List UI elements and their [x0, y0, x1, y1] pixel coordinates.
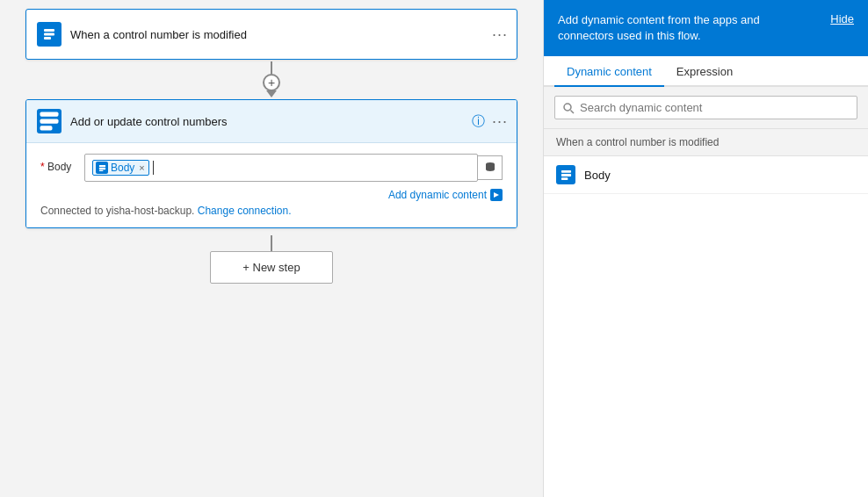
- right-panel-tabs: Dynamic content Expression: [544, 56, 868, 87]
- new-step-wrap: + New step: [210, 235, 332, 284]
- svg-rect-13: [561, 170, 570, 173]
- body-token-close[interactable]: ×: [139, 162, 144, 173]
- body-token-svg: [98, 164, 106, 172]
- action-more-button[interactable]: ···: [492, 113, 508, 129]
- right-panel: Add dynamic content from the apps and co…: [543, 0, 868, 497]
- svg-rect-4: [40, 119, 59, 123]
- trigger-action-connector: +: [263, 61, 280, 97]
- left-panel: When a control number is modified ··· + …: [0, 0, 543, 497]
- search-input[interactable]: [580, 101, 850, 114]
- svg-rect-14: [561, 174, 570, 176]
- action-card-body: * Body Body: [26, 143, 517, 227]
- dynamic-item-body-icon: [556, 165, 575, 184]
- new-step-button[interactable]: + New step: [210, 251, 332, 284]
- body-token-label: Body: [111, 162, 134, 174]
- section-label: When a control number is modified: [544, 129, 868, 156]
- dynamic-item-body-label: Body: [584, 169, 611, 182]
- body-label-text: Body: [47, 161, 71, 173]
- svg-line-12: [571, 110, 575, 113]
- dynamic-item-body[interactable]: Body: [544, 156, 868, 194]
- add-dynamic-label: Add dynamic content: [388, 189, 487, 201]
- text-cursor: [153, 161, 154, 175]
- action-card: Add or update control numbers ⓘ ··· * Bo…: [25, 99, 517, 228]
- hide-button[interactable]: Hide: [830, 12, 854, 25]
- db-svg-icon: [484, 162, 496, 174]
- svg-rect-5: [40, 126, 53, 130]
- svg-rect-8: [98, 169, 103, 170]
- database-icon-button[interactable]: [478, 155, 503, 180]
- body-field-row: * Body Body: [40, 154, 503, 182]
- svg-rect-15: [561, 177, 567, 180]
- trigger-svg-icon: [42, 27, 56, 41]
- dynamic-item-body-svg: [561, 169, 572, 181]
- trigger-icon: [37, 22, 61, 47]
- body-field-input-wrap: Body ×: [84, 154, 503, 182]
- search-section: [544, 87, 868, 129]
- svg-rect-6: [98, 164, 105, 166]
- tab-expression[interactable]: Expression: [664, 56, 745, 87]
- trigger-more-button[interactable]: ···: [492, 26, 508, 42]
- action-title: Add or update control numbers: [70, 115, 228, 128]
- action-info-button[interactable]: ⓘ: [472, 113, 485, 130]
- right-panel-header-text: Add dynamic content from the apps and co…: [558, 12, 830, 44]
- new-step-connector-line: [271, 235, 272, 251]
- connector-line-top: [271, 61, 272, 74]
- svg-rect-3: [40, 112, 59, 117]
- body-token-icon: [96, 162, 108, 174]
- connector-arrow: [266, 90, 277, 97]
- body-field-label: * Body: [40, 154, 84, 173]
- add-dynamic-link[interactable]: Add dynamic content: [388, 189, 503, 201]
- svg-rect-7: [98, 168, 105, 169]
- connection-text: Connected to yisha-host-backup.: [40, 205, 194, 217]
- trigger-title: When a control number is modified: [70, 28, 247, 41]
- svg-rect-2: [44, 37, 51, 40]
- svg-point-11: [564, 104, 571, 111]
- search-icon: [562, 102, 575, 114]
- action-svg-icon: [37, 109, 61, 133]
- connector-plus[interactable]: +: [263, 74, 280, 91]
- body-token-input[interactable]: Body ×: [84, 154, 478, 182]
- add-dynamic-arrow-icon: [490, 189, 503, 201]
- svg-rect-0: [44, 29, 54, 32]
- body-token: Body ×: [92, 160, 149, 176]
- connection-info: Connected to yisha-host-backup. Change c…: [40, 205, 503, 217]
- trigger-card: When a control number is modified ···: [25, 9, 517, 60]
- tab-dynamic-content[interactable]: Dynamic content: [554, 56, 664, 87]
- svg-rect-1: [44, 33, 54, 36]
- search-box: [554, 96, 857, 119]
- add-dynamic-row: Add dynamic content: [40, 189, 503, 201]
- svg-marker-10: [494, 192, 499, 198]
- change-connection-link[interactable]: Change connection.: [198, 205, 292, 217]
- action-icon: [37, 109, 61, 133]
- arrow-svg-icon: [493, 191, 500, 198]
- right-panel-header: Add dynamic content from the apps and co…: [544, 0, 868, 56]
- action-card-header: Add or update control numbers ⓘ ···: [26, 100, 517, 143]
